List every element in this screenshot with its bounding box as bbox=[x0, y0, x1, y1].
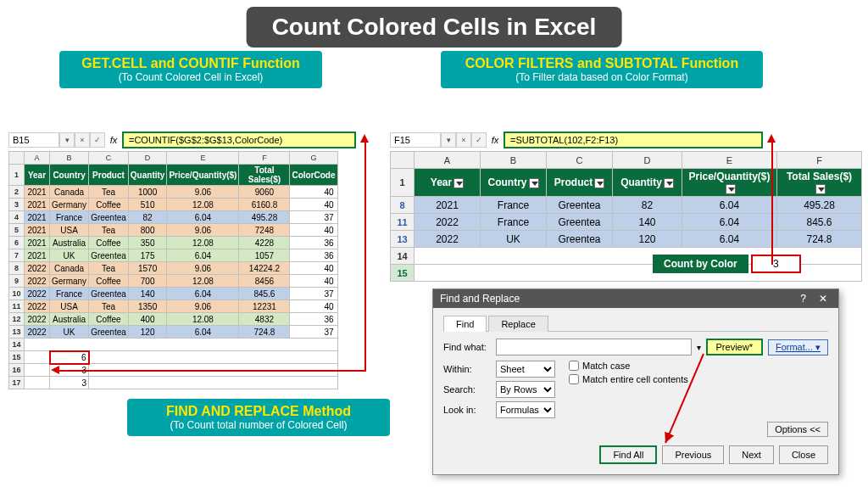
cell[interactable]: 12.08 bbox=[167, 275, 239, 288]
cell[interactable]: 2022 bbox=[25, 288, 50, 300]
cell[interactable]: Coffee bbox=[89, 313, 129, 326]
filter-icon[interactable] bbox=[664, 178, 674, 188]
cell[interactable]: 140 bbox=[128, 288, 167, 300]
cell[interactable]: Greentea bbox=[547, 197, 613, 214]
name-box[interactable]: F15 bbox=[390, 132, 441, 148]
cell[interactable]: 82 bbox=[128, 211, 167, 224]
cell[interactable]: 9.06 bbox=[167, 186, 239, 199]
row-header[interactable]: 3 bbox=[9, 199, 25, 211]
cell[interactable]: 12.08 bbox=[167, 237, 239, 249]
cell[interactable]: Coffee bbox=[89, 237, 129, 249]
cell[interactable]: Greentea bbox=[547, 231, 613, 248]
table-header[interactable]: Quantity bbox=[613, 169, 682, 197]
cell[interactable]: 2021 bbox=[415, 197, 481, 214]
cell[interactable]: 40 bbox=[290, 262, 337, 275]
row-header[interactable]: 7 bbox=[9, 249, 25, 262]
cell[interactable]: 2022 bbox=[25, 262, 50, 275]
col-header[interactable]: C bbox=[547, 152, 613, 169]
cell[interactable]: 2021 bbox=[25, 199, 50, 211]
cell[interactable]: 2022 bbox=[25, 313, 50, 326]
col-header[interactable]: B bbox=[50, 152, 89, 165]
cell[interactable]: 6.04 bbox=[682, 231, 777, 248]
table-header[interactable]: Country bbox=[50, 165, 89, 186]
cell[interactable]: 36 bbox=[290, 313, 337, 326]
cell[interactable]: Germany bbox=[50, 275, 89, 288]
row-header[interactable]: 1 bbox=[391, 169, 415, 197]
row-header[interactable]: 6 bbox=[9, 237, 25, 249]
cell[interactable]: UK bbox=[50, 249, 89, 262]
cell[interactable]: 9.06 bbox=[167, 300, 239, 313]
col-header[interactable]: F bbox=[777, 152, 862, 169]
fx-icon[interactable]: fx bbox=[105, 135, 122, 145]
within-combo[interactable]: Sheet bbox=[496, 361, 555, 378]
cell[interactable]: 37 bbox=[290, 211, 337, 224]
filter-icon[interactable] bbox=[726, 184, 736, 194]
cell[interactable]: UK bbox=[50, 326, 89, 339]
cell[interactable]: France bbox=[481, 214, 547, 231]
cell[interactable]: 2021 bbox=[25, 186, 50, 199]
cell[interactable]: 9.06 bbox=[167, 262, 239, 275]
cell[interactable]: 2021 bbox=[25, 224, 50, 237]
table-header[interactable]: Price/Quantity($) bbox=[682, 169, 777, 197]
col-header[interactable]: F bbox=[239, 152, 290, 165]
col-header[interactable]: E bbox=[682, 152, 777, 169]
cell[interactable]: 37 bbox=[290, 288, 337, 300]
cell[interactable]: 12.08 bbox=[167, 313, 239, 326]
cell[interactable]: 175 bbox=[128, 249, 167, 262]
cell[interactable]: 40 bbox=[290, 275, 337, 288]
row-header[interactable]: 13 bbox=[9, 326, 25, 339]
cell[interactable]: 36 bbox=[290, 237, 337, 249]
cell[interactable]: Canada bbox=[50, 186, 89, 199]
row-header[interactable]: 15 bbox=[391, 265, 415, 282]
find-all-button[interactable]: Find All bbox=[599, 445, 657, 464]
table-header[interactable]: Product bbox=[89, 165, 129, 186]
cell[interactable]: 6.04 bbox=[682, 214, 777, 231]
help-icon[interactable]: ? bbox=[795, 293, 812, 305]
row-header[interactable]: 13 bbox=[391, 231, 415, 248]
table-header[interactable]: Year bbox=[25, 165, 50, 186]
row-header[interactable]: 9 bbox=[9, 275, 25, 288]
row-header[interactable]: 14 bbox=[9, 339, 25, 351]
row-header[interactable]: 10 bbox=[9, 288, 25, 300]
col-header[interactable]: C bbox=[89, 152, 129, 165]
cell[interactable]: 12.08 bbox=[167, 199, 239, 211]
row-header[interactable]: 12 bbox=[9, 313, 25, 326]
cell[interactable]: 510 bbox=[128, 199, 167, 211]
cell[interactable]: 37 bbox=[290, 326, 337, 339]
table-header[interactable]: Price/Quantity($) bbox=[167, 165, 239, 186]
cell[interactable]: Coffee bbox=[89, 275, 129, 288]
row-header[interactable]: 4 bbox=[9, 211, 25, 224]
cell[interactable]: Australia bbox=[50, 237, 89, 249]
cell[interactable]: 724.8 bbox=[239, 326, 290, 339]
name-box-dropdown-icon[interactable]: ▾ bbox=[441, 132, 456, 148]
cell[interactable]: 2022 bbox=[415, 214, 481, 231]
row-header[interactable]: 11 bbox=[9, 300, 25, 313]
close-icon[interactable]: ✕ bbox=[815, 293, 832, 305]
cell[interactable]: 40 bbox=[290, 300, 337, 313]
cell[interactable]: 1570 bbox=[128, 262, 167, 275]
table-header[interactable]: Total Sales($) bbox=[239, 165, 290, 186]
cell[interactable]: Tea bbox=[89, 262, 129, 275]
col-header[interactable]: E bbox=[167, 152, 239, 165]
cell[interactable]: Tea bbox=[89, 300, 129, 313]
cell[interactable]: 40 bbox=[290, 224, 337, 237]
cell[interactable]: 12231 bbox=[239, 300, 290, 313]
cell[interactable]: UK bbox=[481, 231, 547, 248]
row-header[interactable]: 16 bbox=[9, 364, 25, 377]
cell[interactable]: 9.06 bbox=[167, 224, 239, 237]
cell[interactable]: 6.04 bbox=[167, 211, 239, 224]
cell[interactable]: 2022 bbox=[25, 326, 50, 339]
formula-input-right[interactable]: =SUBTOTAL(102,F2:F13) bbox=[504, 132, 763, 148]
cell[interactable]: 36 bbox=[290, 249, 337, 262]
options-button[interactable]: Options << bbox=[767, 422, 828, 437]
cell[interactable]: 6.04 bbox=[167, 326, 239, 339]
cell[interactable]: Coffee bbox=[89, 199, 129, 211]
cell[interactable]: USA bbox=[50, 300, 89, 313]
table-header[interactable]: Product bbox=[547, 169, 613, 197]
cell[interactable]: Greentea bbox=[89, 249, 129, 262]
next-button[interactable]: Next bbox=[729, 445, 774, 464]
row-header[interactable]: 11 bbox=[391, 214, 415, 231]
row-header[interactable]: 17 bbox=[9, 377, 25, 389]
dialog-titlebar[interactable]: Find and Replace ? ✕ bbox=[433, 289, 838, 308]
cell[interactable]: 140 bbox=[613, 214, 682, 231]
